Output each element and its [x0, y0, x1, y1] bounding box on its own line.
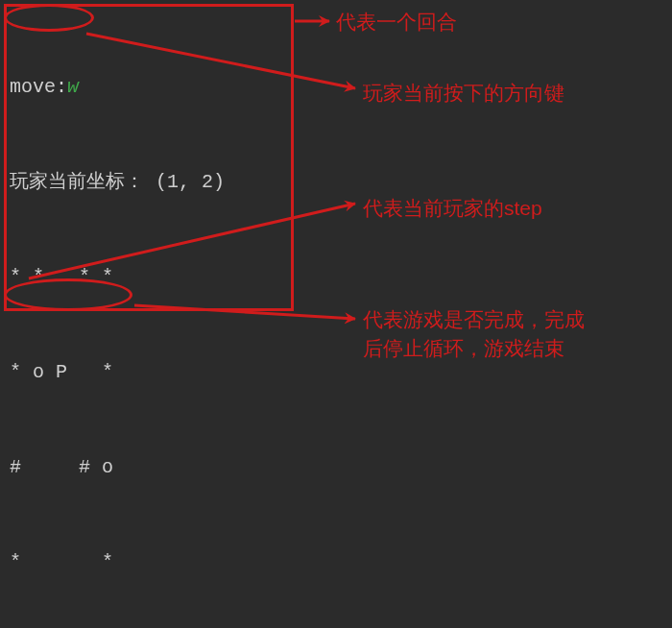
anno-round: 代表一个回合	[336, 8, 457, 36]
grid-1-row-2: # # o	[10, 451, 225, 483]
round-box	[4, 4, 294, 311]
anno-direction-key: 玩家当前按下的方向键	[363, 79, 564, 108]
grid-1-row-1: * o P *	[10, 356, 225, 388]
move-ellipse	[4, 4, 94, 32]
grid-1-row-3: * *	[10, 546, 225, 578]
anno-step: 代表当前玩家的step	[363, 194, 542, 223]
status-ellipse	[4, 278, 132, 311]
anno-game-complete: 代表游戏是否完成，完成 后停止循环，游戏结束	[363, 305, 585, 364]
